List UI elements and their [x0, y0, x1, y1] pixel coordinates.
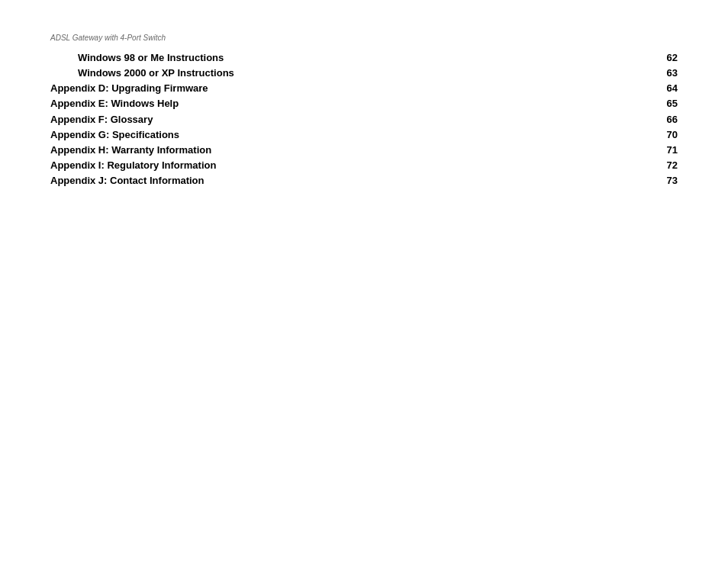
- toc-entry-title-appendixE: Appendix E: Windows Help: [50, 96, 179, 111]
- toc-entry-page-appendixJ: 73: [655, 173, 678, 188]
- toc-entry-page-appendixE: 65: [655, 96, 678, 111]
- toc-entry-appendixF[interactable]: Appendix F: Glossary66: [50, 112, 678, 127]
- toc-entry-title-appendixH: Appendix H: Warranty Information: [50, 143, 211, 158]
- toc-entry-title-appendixJ: Appendix J: Contact Information: [50, 173, 205, 188]
- toc-entry-page-windows98: 62: [655, 50, 678, 66]
- toc-entry-title-appendixG: Appendix G: Specifications: [50, 127, 179, 143]
- toc-entry-page-appendixI: 72: [655, 158, 678, 173]
- toc-entry-appendixE[interactable]: Appendix E: Windows Help65: [50, 96, 678, 111]
- toc-entry-page-appendixG: 70: [655, 127, 678, 143]
- toc-container: Windows 98 or Me Instructions62Windows 2…: [50, 50, 678, 188]
- toc-entry-title-appendixF: Appendix F: Glossary: [50, 112, 153, 127]
- toc-entry-windows98[interactable]: Windows 98 or Me Instructions62: [50, 50, 678, 66]
- page-header: ADSL Gateway with 4-Port Switch: [50, 34, 166, 42]
- toc-entry-title-appendixD: Appendix D: Upgrading Firmware: [50, 81, 208, 96]
- toc-entry-page-appendixD: 64: [655, 81, 678, 96]
- toc-entry-page-appendixH: 71: [655, 143, 678, 158]
- toc-entry-appendixJ[interactable]: Appendix J: Contact Information73: [50, 173, 678, 188]
- toc-entry-appendixH[interactable]: Appendix H: Warranty Information71: [50, 143, 678, 158]
- toc-entry-page-appendixF: 66: [655, 112, 678, 127]
- toc-entry-title-appendixI: Appendix I: Regulatory Information: [50, 158, 216, 173]
- toc-entry-appendixI[interactable]: Appendix I: Regulatory Information72: [50, 158, 678, 173]
- toc-entry-windows2000[interactable]: Windows 2000 or XP Instructions63: [50, 66, 678, 81]
- toc-entry-appendixD[interactable]: Appendix D: Upgrading Firmware64: [50, 81, 678, 96]
- toc-entry-page-windows2000: 63: [655, 66, 678, 81]
- toc-entry-appendixG[interactable]: Appendix G: Specifications70: [50, 127, 678, 143]
- toc-entry-title-windows2000: Windows 2000 or XP Instructions: [50, 66, 234, 81]
- toc-entry-title-windows98: Windows 98 or Me Instructions: [50, 50, 224, 66]
